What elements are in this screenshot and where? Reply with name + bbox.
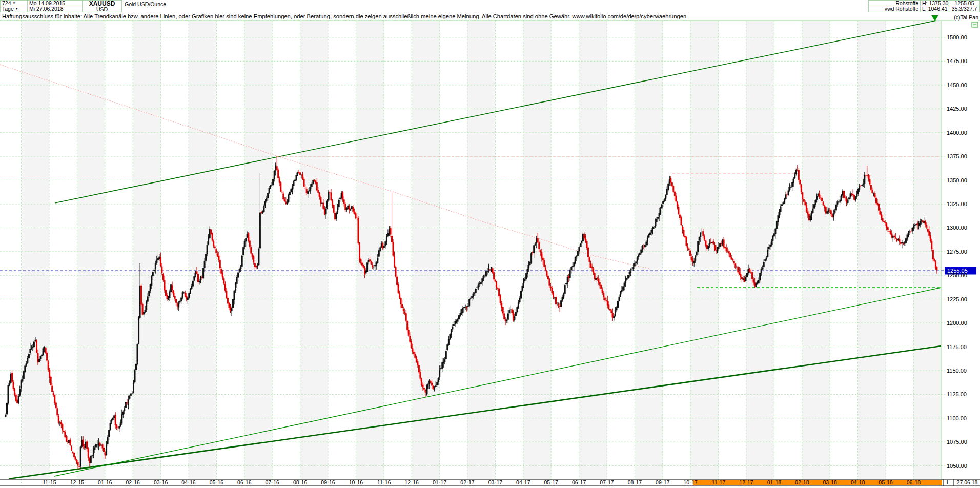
svg-text:1225.00: 1225.00: [947, 296, 967, 302]
chevron-down-icon: ▼: [13, 2, 16, 5]
svg-text:18: 18: [803, 479, 809, 485]
svg-text:05: 05: [544, 479, 550, 485]
symbol-cell: XAUUSD USD: [82, 0, 122, 12]
svg-text:01: 01: [433, 479, 439, 485]
svg-text:15: 15: [50, 479, 56, 485]
svg-text:17: 17: [441, 479, 447, 485]
svg-text:1250.00: 1250.00: [947, 272, 967, 278]
svg-text:12: 12: [70, 479, 76, 485]
last-date-label: 27.06.18: [957, 479, 978, 485]
svg-text:02: 02: [460, 479, 466, 485]
svg-text:17: 17: [664, 479, 670, 485]
svg-text:16: 16: [357, 479, 363, 485]
svg-text:12: 12: [405, 479, 411, 485]
instrument-name: Gold USD/Ounce: [125, 1, 166, 7]
svg-text:18: 18: [775, 479, 781, 485]
svg-text:18: 18: [887, 479, 893, 485]
svg-text:16: 16: [273, 479, 279, 485]
svg-text:11: 11: [43, 479, 48, 485]
svg-text:1350.00: 1350.00: [947, 177, 967, 184]
svg-text:17: 17: [608, 479, 614, 485]
taipan-chart-window: 1255.051500.001475.001450.001425.001400.…: [0, 0, 980, 488]
svg-text:1475.00: 1475.00: [947, 58, 967, 64]
chevron-down-icon: ▼: [15, 7, 18, 10]
svg-text:08: 08: [293, 479, 299, 485]
period-type-value: Tage: [2, 6, 14, 12]
svg-text:10: 10: [349, 479, 355, 485]
svg-text:06: 06: [907, 479, 913, 485]
copyright-label: (c)Tai-Pan: [954, 14, 978, 21]
svg-text:16: 16: [246, 479, 252, 485]
svg-text:1400.00: 1400.00: [947, 130, 967, 136]
period-type-dropdown[interactable]: Tage▼: [0, 6, 28, 12]
svg-text:03: 03: [488, 479, 495, 485]
date-to-field[interactable]: Mi 27.06.2018: [27, 6, 83, 12]
x-axis: 1115121501160216031604160516061607160816…: [0, 479, 980, 486]
svg-text:05: 05: [210, 479, 216, 485]
svg-text:17: 17: [496, 479, 502, 485]
disclaimer-text: Haftungsausschluss für Inhalte: Alle Tre…: [2, 13, 686, 19]
svg-text:17: 17: [747, 479, 753, 485]
svg-text:02: 02: [126, 479, 132, 485]
svg-text:08: 08: [628, 479, 634, 485]
svg-text:04: 04: [181, 479, 188, 485]
svg-text:09: 09: [656, 479, 662, 485]
date-range-highlight: [693, 480, 942, 485]
svg-text:18: 18: [859, 479, 865, 485]
svg-text:03: 03: [823, 479, 829, 485]
svg-text:17: 17: [552, 479, 558, 485]
svg-text:18: 18: [831, 479, 837, 485]
svg-text:17: 17: [720, 479, 726, 485]
y-axis-labels: 1500.001475.001450.001425.001400.001375.…: [947, 34, 967, 469]
svg-text:1150.00: 1150.00: [947, 368, 967, 374]
svg-text:11: 11: [712, 479, 718, 485]
svg-text:09: 09: [321, 479, 327, 485]
collapse-button[interactable]: [972, 22, 978, 27]
svg-text:07: 07: [600, 479, 606, 485]
svg-text:16: 16: [329, 479, 335, 485]
svg-text:01: 01: [98, 479, 104, 485]
svg-text:1500.00: 1500.00: [947, 34, 967, 40]
svg-text:17: 17: [468, 479, 475, 485]
svg-text:17: 17: [636, 479, 642, 485]
svg-text:1175.00: 1175.00: [947, 344, 967, 350]
month-bands: [22, 21, 941, 479]
svg-text:18: 18: [914, 479, 921, 485]
svg-text:04: 04: [516, 479, 522, 485]
svg-text:1325.00: 1325.00: [947, 201, 967, 207]
last-bar-marker: L: [947, 479, 950, 485]
svg-text:03: 03: [154, 479, 160, 485]
price-chart[interactable]: 1255.051500.001475.001450.001425.001400.…: [0, 0, 980, 488]
symbol-currency: USD: [84, 7, 120, 12]
svg-text:06: 06: [237, 479, 243, 485]
svg-text:17: 17: [580, 479, 586, 485]
svg-text:1425.00: 1425.00: [947, 106, 967, 112]
svg-text:16: 16: [106, 479, 112, 485]
data-feed: vwd Rohstoffe: [868, 6, 921, 12]
svg-text:1200.00: 1200.00: [947, 320, 967, 326]
svg-text:1100.00: 1100.00: [947, 415, 967, 421]
svg-text:1450.00: 1450.00: [947, 82, 967, 88]
svg-text:16: 16: [162, 479, 168, 485]
chart-header-toolbar: 724▼ Tage▼ Mo 14.09.2015 Mi 27.06.2018 X…: [0, 0, 980, 12]
svg-text:16: 16: [190, 479, 196, 485]
svg-text:01: 01: [767, 479, 773, 485]
svg-text:16: 16: [217, 479, 223, 485]
svg-text:05: 05: [879, 479, 885, 485]
period-low: L: 1046.41: [920, 6, 949, 12]
svg-text:07: 07: [266, 479, 272, 485]
svg-text:15: 15: [78, 479, 84, 485]
svg-text:16: 16: [385, 479, 391, 485]
svg-text:16: 16: [134, 479, 140, 485]
svg-text:16: 16: [413, 479, 419, 485]
svg-text:16: 16: [301, 479, 308, 485]
svg-text:17: 17: [524, 479, 530, 485]
svg-text:02: 02: [795, 479, 801, 485]
svg-text:06: 06: [572, 479, 578, 485]
svg-text:17: 17: [691, 479, 698, 485]
extra-stat-field: 35.3/327.7: [949, 6, 980, 12]
svg-text:1300.00: 1300.00: [947, 225, 967, 231]
svg-text:1075.00: 1075.00: [947, 439, 967, 445]
svg-text:1275.00: 1275.00: [947, 249, 967, 255]
svg-text:1050.00: 1050.00: [947, 463, 967, 469]
